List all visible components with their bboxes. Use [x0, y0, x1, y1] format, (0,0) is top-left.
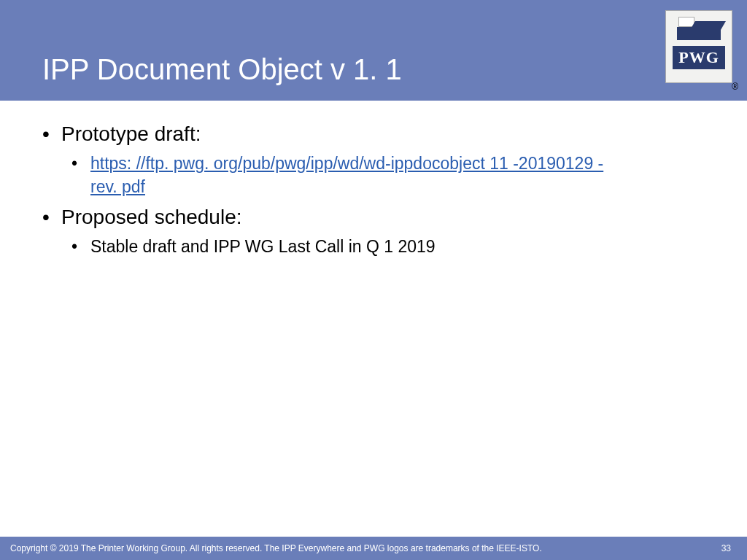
pwg-logo-text: PWG [673, 46, 725, 69]
bullet-proposed-schedule: Proposed schedule: [42, 206, 718, 229]
footer-page-number: 33 [721, 543, 731, 553]
pwg-logo: PWG [665, 10, 732, 83]
draft-url-link[interactable]: https: //ftp. pwg. org/pub/pwg/ipp/wd/wd… [90, 154, 718, 198]
link-text-line2: rev. pdf [90, 175, 718, 198]
link-text-line1: https: //ftp. pwg. org/pub/pwg/ipp/wd/wd… [90, 154, 603, 173]
bullet-prototype-draft: Prototype draft: [42, 122, 718, 146]
bullet-schedule-detail: Stable draft and IPP WG Last Call in Q 1… [42, 235, 718, 258]
slide-header: IPP Document Object v 1. 1 PWG ® [0, 0, 747, 101]
slide-content: Prototype draft: https: //ftp. pwg. org/… [0, 101, 747, 259]
slide-footer: Copyright © 2019 The Printer Working Gro… [0, 537, 747, 560]
printer-icon [677, 15, 721, 40]
footer-copyright: Copyright © 2019 The Printer Working Gro… [10, 543, 542, 553]
bullet-draft-link: https: //ftp. pwg. org/pub/pwg/ipp/wd/wd… [42, 152, 718, 198]
slide-title: IPP Document Object v 1. 1 [42, 53, 402, 86]
registered-mark: ® [732, 82, 738, 92]
